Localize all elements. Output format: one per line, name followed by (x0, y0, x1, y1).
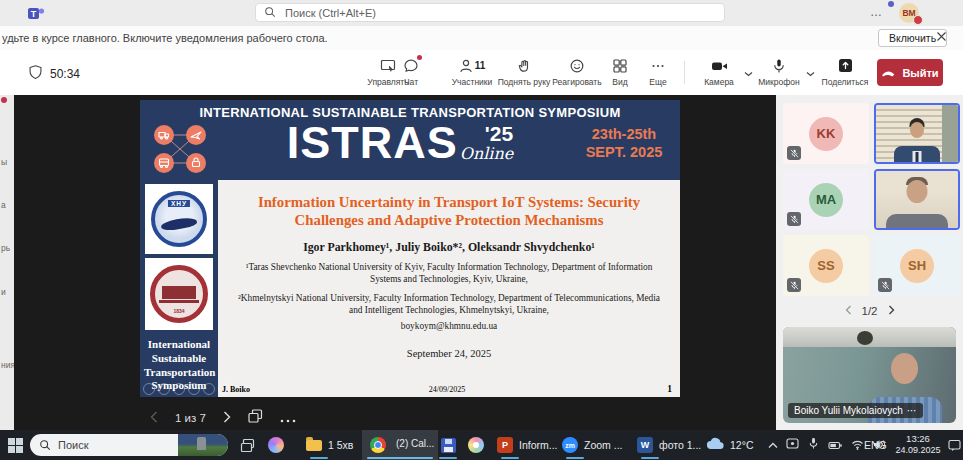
search-input[interactable] (283, 6, 716, 20)
participant-figure (907, 180, 928, 203)
taskbar-app-zoom[interactable]: zm Zoom ... (562, 430, 623, 460)
tray-overflow-button[interactable] (768, 430, 778, 460)
next-slide-icon[interactable] (223, 409, 231, 427)
participant-tile-sh[interactable]: SH (874, 235, 960, 296)
teams-logo-icon[interactable]: T (27, 4, 45, 26)
tray-mic-icon[interactable] (808, 436, 819, 454)
participant-figure (886, 214, 948, 228)
mic-button[interactable]: Микрофон (753, 57, 805, 87)
notification-center-button[interactable] (948, 430, 961, 460)
slideshow-controls-ghost[interactable] (143, 383, 230, 395)
meeting-timer: 50:34 (28, 64, 80, 83)
copilot-icon (268, 437, 284, 453)
spotlight-name-label: Boiko Yulii Mykolaiovych ⋯ (788, 403, 923, 418)
more-label: Еще (649, 77, 666, 87)
task-view-button[interactable] (240, 430, 255, 460)
tray-battery-icon[interactable] (828, 436, 842, 454)
view-button[interactable]: Вид (600, 57, 640, 87)
khnu-logo: ХНУ (145, 184, 213, 254)
camera-icon (711, 57, 728, 74)
word-icon: W (637, 437, 653, 453)
paper-authors: Igor Parkhomey¹, Juliy Boiko*², Oleksand… (218, 240, 680, 255)
avatar: KK (809, 117, 843, 151)
taskbar-app-word[interactable]: W фото 1... (637, 430, 701, 460)
windows-taskbar: Поиск 1 5хв (2) Cal... P (0, 430, 963, 460)
mic-chevron-icon[interactable] (806, 63, 815, 81)
taskbar-app-paint[interactable] (468, 430, 484, 460)
footer-author: J. Boiko (222, 385, 429, 394)
zoom-label: Zoom ... (584, 439, 623, 451)
language-label: ENG (864, 439, 887, 451)
more-options-icon[interactable]: … (870, 5, 883, 19)
running-indicator (310, 457, 328, 460)
taskbar-app-powerpoint[interactable]: P Inform... (497, 430, 558, 460)
chat-unread-badge (417, 55, 422, 60)
participants-icon: 11 (459, 57, 486, 74)
spotlight-video-tile[interactable]: Boiko Yulii Mykolaiovych ⋯ (783, 327, 956, 423)
taskbar-search[interactable]: Поиск (30, 434, 228, 456)
start-button[interactable] (8, 430, 23, 460)
tray-meet-icon[interactable] (786, 436, 799, 454)
taskbar-app-folder[interactable]: 1 5хв (306, 430, 353, 460)
istras-year: '25 (485, 123, 513, 144)
participant-figure (891, 353, 918, 384)
participant-tile-ma[interactable]: MA (783, 169, 869, 230)
more-button[interactable]: Еще (638, 57, 678, 87)
participant-figure (910, 122, 924, 138)
participant-figure (916, 152, 919, 162)
view-label: Вид (612, 77, 627, 87)
search-highlight-image (197, 437, 206, 450)
chat-button[interactable]: Чат (391, 57, 431, 87)
mic-off-icon (787, 212, 801, 226)
participant-name: Boiko Yulii Mykolaiovych (794, 405, 903, 416)
slide-footer: J. Boiko 24/09/2025 1 (222, 384, 672, 394)
rail-fragment: и (1, 287, 6, 297)
raise-hand-button[interactable]: Поднять руку (495, 57, 553, 87)
rail-fragment: ы (1, 157, 7, 167)
leave-button[interactable]: Выйти (877, 59, 943, 86)
participant-tile-video-2[interactable] (874, 169, 960, 230)
search-icon (264, 4, 276, 22)
transport-icons-cluster (148, 123, 212, 179)
taskbar-app-chrome-active[interactable]: (2) Cal... (362, 430, 438, 460)
taskbar-clock[interactable]: 13:26 24.09.2025 (890, 433, 946, 457)
teams-search-box[interactable] (255, 3, 725, 22)
slide-banner: INTERNATIONAL SUSTAINABLE TRANSPORTATION… (140, 100, 680, 180)
share-button[interactable]: Поделиться (817, 57, 873, 87)
presentation-slide: INTERNATIONAL SUSTAINABLE TRANSPORTATION… (140, 100, 680, 397)
tray-network-icon[interactable] (851, 436, 864, 454)
share-label: Поделиться (822, 77, 869, 87)
notification-dot (888, 1, 894, 7)
rail-fragment: рь (1, 243, 10, 253)
copilot-button[interactable] (268, 430, 284, 460)
istras-logo: ISTRAS '25 Online (230, 120, 570, 165)
taskbar-app-floppy[interactable] (441, 430, 456, 460)
participant-tile-ss[interactable]: SS (783, 235, 869, 296)
time-label: 13:26 (890, 433, 946, 445)
raise-hand-icon (517, 57, 532, 74)
participant-tile-kk[interactable]: KK (783, 103, 869, 164)
slide-page-number: 1 (465, 384, 672, 394)
mic-label: Микрофон (758, 77, 799, 87)
camera-button[interactable]: Камера (695, 57, 743, 87)
prev-slide-icon[interactable] (150, 409, 158, 427)
page-prev-icon[interactable] (845, 305, 852, 317)
desktop-notification-banner: удьте в курсе главного. Включите уведомл… (0, 26, 963, 51)
activity-badge-dot (1, 97, 7, 103)
chrome-icon (370, 437, 386, 453)
participant-tile-video-1[interactable] (874, 103, 960, 164)
weather-widget[interactable]: 12°C (706, 430, 753, 460)
slide-more-icon[interactable] (280, 409, 296, 427)
close-icon[interactable] (936, 31, 947, 44)
react-button[interactable]: Реагировать (551, 57, 603, 87)
running-indicator (501, 457, 519, 460)
page-next-icon[interactable] (888, 305, 895, 317)
all-slides-icon[interactable] (248, 409, 263, 427)
presence-busy-dot (913, 15, 923, 25)
camera-chevron-icon[interactable] (744, 63, 753, 81)
language-switcher[interactable]: ENG (864, 430, 887, 460)
founding-year: 1834 (173, 308, 184, 314)
tile-more-icon[interactable]: ⋯ (907, 405, 917, 416)
participants-label: Участники (452, 77, 493, 87)
participants-button[interactable]: 11 Участники (446, 57, 498, 87)
